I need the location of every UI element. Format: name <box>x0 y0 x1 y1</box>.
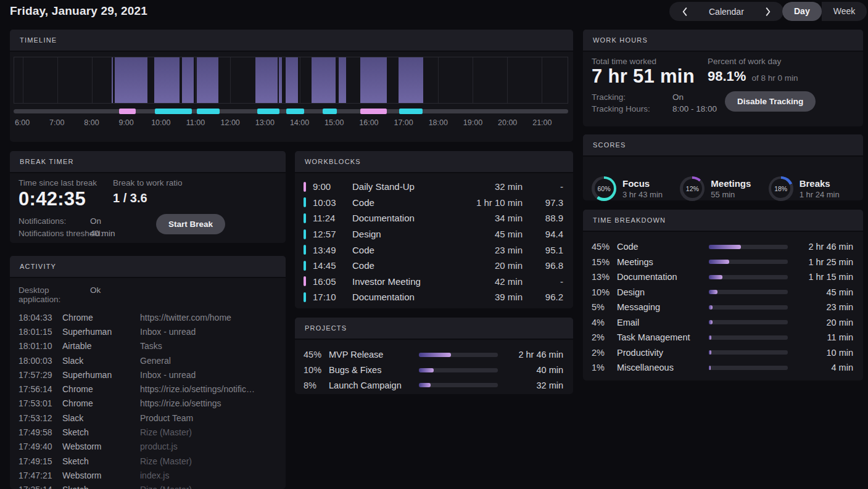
project-time: 40 min <box>498 365 563 375</box>
score-ring-percent: 12% <box>683 179 702 198</box>
calendar-next-button[interactable] <box>763 6 774 17</box>
workblock-duration: 45 min <box>450 229 523 239</box>
workblock-row[interactable]: 12:57Design45 min94.4 <box>304 226 563 242</box>
activity-app: Sketch <box>62 456 140 466</box>
workblock-label: Code <box>352 245 450 255</box>
project-bar-track <box>419 368 498 372</box>
activity-detail: https://rize.io/settings <box>140 398 276 408</box>
workblock-score: - <box>523 181 563 192</box>
timeline-activity-bar <box>360 57 387 103</box>
panel-title: WORKBLOCKS <box>305 158 361 165</box>
breakdown-time: 1 hr 15 min <box>788 272 853 282</box>
activity-detail: product.js <box>140 442 276 451</box>
workblock-work-chip <box>304 213 306 223</box>
activity-time: 17:49:40 <box>19 442 62 451</box>
activity-panel: ACTIVITY Desktop application: Ok 18:04:3… <box>10 256 286 489</box>
score-ring-percent: 18% <box>771 179 790 198</box>
tracking-label: Tracking: <box>592 92 626 102</box>
workblock-row[interactable]: 9:00Daily Stand-Up32 min- <box>304 179 563 195</box>
timeline-axis-label: 7:00 <box>49 118 64 127</box>
breakdown-bar-fill <box>709 366 711 370</box>
workblock-label: Design <box>352 229 450 239</box>
workblock-row[interactable]: 14:45Code20 min96.8 <box>304 258 563 274</box>
workblock-row[interactable]: 16:05Investor Meeting42 min- <box>304 274 563 290</box>
timeline-axis-label: 13:00 <box>255 118 275 127</box>
activity-time: 17:49:15 <box>19 456 62 466</box>
timeline-activity-bar <box>399 57 423 103</box>
score-label: Focus <box>622 178 663 189</box>
tracking-hours-value: 8:00 - 18:00 <box>672 104 717 113</box>
workblock-duration: 23 min <box>450 245 523 255</box>
calendar-button[interactable]: Calendar <box>709 7 744 17</box>
breakdown-bar-track <box>709 335 788 340</box>
workblock-row[interactable]: 11:24Documentation34 min88.9 <box>304 210 563 226</box>
timeline-axis-label: 19:00 <box>463 118 482 127</box>
breakdown-percent: 2% <box>592 332 617 342</box>
timeline-gridline <box>300 57 300 103</box>
score-text: Meetings55 min <box>711 178 751 200</box>
timeline-activity-bar <box>197 57 218 103</box>
breakdown-name: Task Management <box>617 332 705 342</box>
breakdown-name: Documentation <box>617 272 705 282</box>
breakdown-bar-fill <box>709 335 711 340</box>
timeline-axis-label: 14:00 <box>290 118 309 127</box>
activity-list: 18:04:33Chromehttps://twitter.com/home18… <box>19 310 276 489</box>
breakdown-bar-fill <box>709 245 741 249</box>
score-item-focus: 60%Focus3 hr 43 min <box>592 166 680 210</box>
projects-panel-header: PROJECTS <box>295 318 573 340</box>
time-breakdown-panel-header: TIME BREAKDOWN <box>583 210 863 232</box>
workblock-score: 95.1 <box>523 245 563 255</box>
toggle-week-button[interactable]: Week <box>822 2 867 21</box>
disable-tracking-button[interactable]: Disable Tracking <box>725 91 816 112</box>
timeline-axis-label: 10:00 <box>151 118 170 127</box>
calendar-prev-button[interactable] <box>679 6 690 17</box>
toggle-day-button[interactable]: Day <box>782 2 822 21</box>
timeline-axis-label: 8:00 <box>84 118 99 127</box>
breakdown-row: 10%Design45 min <box>592 285 853 300</box>
page-title-date: Friday, January 29, 2021 <box>10 4 147 18</box>
day-week-toggle: Day Week <box>782 2 867 21</box>
timeline-activity-bar <box>255 57 278 103</box>
activity-detail: Product Team <box>140 413 276 423</box>
timeline-work-marker <box>399 109 423 114</box>
breakdown-time: 1 hr 25 min <box>788 257 853 267</box>
timeline-work-marker <box>286 109 304 114</box>
breakdown-bar-fill <box>709 260 729 264</box>
activity-detail: Tasks <box>140 341 276 351</box>
activity-detail: Inbox - unread <box>140 370 276 380</box>
workblock-row[interactable]: 10:03Code1 hr 10 min97.3 <box>304 195 563 211</box>
project-name: MVP Release <box>329 350 415 360</box>
breakdown-row: 4%Email20 min <box>592 315 853 331</box>
breakdown-time: 10 min <box>788 348 853 358</box>
tracking-value: On <box>672 92 684 102</box>
break-timer-panel-header: BREAK TIMER <box>10 151 286 173</box>
project-time: 32 min <box>498 380 563 390</box>
activity-time: 17:35:14 <box>19 485 62 489</box>
workblock-score: 88.9 <box>523 213 563 223</box>
break-timer-panel: BREAK TIMER Time since last break 0:42:3… <box>10 151 286 243</box>
score-text: Focus3 hr 43 min <box>622 178 663 200</box>
activity-app: Superhuman <box>62 370 140 380</box>
activity-row: 17:49:40Webstormproduct.js <box>19 440 276 454</box>
total-time-value: 7 hr 51 min <box>592 65 695 88</box>
start-break-button[interactable]: Start Break <box>156 214 225 234</box>
time-breakdown-panel: TIME BREAKDOWN 45%Code2 hr 46 min15%Meet… <box>583 210 863 380</box>
activity-detail: Rize (Master) <box>140 456 276 466</box>
workblock-score: 94.4 <box>523 229 563 239</box>
workblock-row[interactable]: 13:49Code23 min95.1 <box>304 242 563 258</box>
activity-row: 17:53:12SlackProduct Team <box>19 411 276 425</box>
score-item-meetings: 12%Meetings55 min <box>680 166 768 210</box>
timeline-panel: TIMELINE 6:007:008:009:0010:0011:0012:00… <box>10 30 573 142</box>
activity-row: 17:49:15SketchRize (Master) <box>19 454 276 468</box>
workblock-work-chip <box>304 229 306 239</box>
panel-title: ACTIVITY <box>20 263 56 270</box>
activity-row: 17:49:58SketchRize (Master) <box>19 425 276 439</box>
breakdown-row: 13%Documentation1 hr 15 min <box>592 269 853 285</box>
project-percent: 45% <box>304 350 329 360</box>
project-percent: 10% <box>304 365 329 375</box>
breakdown-time: 45 min <box>788 287 853 297</box>
activity-time: 17:53:12 <box>19 413 62 423</box>
activity-row: 18:01:15SuperhumanInbox - unread <box>19 324 276 339</box>
workblock-row[interactable]: 17:10Documentation39 min96.2 <box>304 289 563 305</box>
activity-detail: General <box>140 356 276 366</box>
